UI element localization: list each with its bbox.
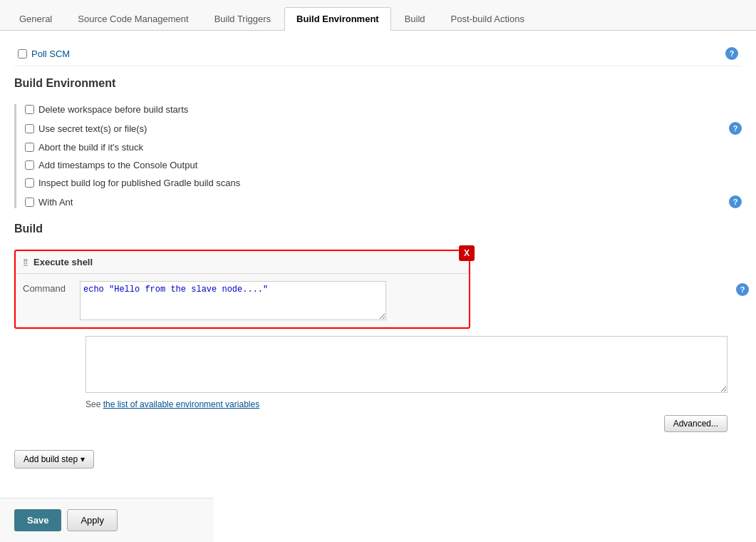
checkbox-with-ant[interactable] [25,198,34,207]
option-use-secret-row: Use secret text(s) or file(s) ? [25,122,742,135]
label-delete-workspace: Delete workspace before build starts [38,104,188,115]
content-area: Poll SCM ? Build Environment Delete work… [0,31,756,486]
env-vars-link[interactable]: the list of available environment variab… [103,399,259,409]
with-ant-help-icon[interactable]: ? [729,195,742,208]
command-label: Command [23,281,73,294]
add-build-step-arrow-icon: ▾ [81,454,85,464]
save-button[interactable]: Save [14,509,61,531]
execute-shell-help-icon[interactable]: ? [736,283,749,296]
drag-handle-icon: ⣿ [23,258,28,266]
env-vars-text: See [86,399,103,409]
execute-shell-title: Execute shell [33,257,93,267]
label-with-ant: With Ant [38,197,73,208]
poll-scm-label[interactable]: Poll SCM [31,48,70,59]
tab-build[interactable]: Build [393,7,437,30]
checkbox-inspect-gradle[interactable] [25,178,34,188]
poll-scm-checkbox[interactable] [18,49,27,58]
option-delete-workspace: Delete workspace before build starts [25,104,742,115]
poll-scm-left: Poll SCM [18,48,70,59]
label-add-timestamps: Add timestamps to the Console Output [38,160,197,170]
execute-shell-container: X ⣿ Execute shell Command [14,250,470,329]
add-build-step-row: Add build step ▾ [14,443,742,476]
full-command-textarea[interactable] [86,336,727,393]
tab-build-environment[interactable]: Build Environment [284,7,391,31]
build-section-heading: Build [14,223,742,239]
option-with-ant: With Ant [25,197,73,208]
checkbox-delete-workspace[interactable] [25,105,34,114]
env-vars-row: See the list of available environment va… [86,399,742,409]
tab-general[interactable]: General [7,7,64,30]
label-use-secret: Use secret text(s) or file(s) [38,123,147,134]
checkbox-abort-stuck[interactable] [25,143,34,152]
command-row: Command [16,274,469,327]
option-add-timestamps: Add timestamps to the Console Output [25,160,742,170]
build-section: Build X ⣿ Execute shell Command [14,223,742,476]
tab-post-build[interactable]: Post-build Actions [439,7,537,30]
option-with-ant-row: With Ant ? [25,195,742,208]
build-environment-options: Delete workspace before build starts Use… [14,104,742,208]
use-secret-help-icon[interactable]: ? [729,122,742,135]
tab-build-triggers[interactable]: Build Triggers [202,7,283,30]
command-input[interactable] [80,281,386,320]
execute-shell-header: ⣿ Execute shell [16,251,469,274]
apply-button[interactable]: Apply [67,509,118,531]
checkbox-use-secret[interactable] [25,124,34,133]
option-use-secret: Use secret text(s) or file(s) [25,123,147,134]
poll-scm-help-icon[interactable]: ? [725,47,738,60]
label-abort-stuck: Abort the build if it's stuck [38,142,143,153]
execute-shell-wrapper: X ⣿ Execute shell Command ? [14,250,742,329]
build-environment-heading: Build Environment [14,77,742,93]
full-command-area [86,336,727,395]
tab-source-code[interactable]: Source Code Management [66,7,200,30]
option-abort-stuck: Abort the build if it's stuck [25,142,742,153]
poll-scm-link[interactable]: Poll SCM [31,48,70,59]
advanced-button[interactable]: Advanced... [664,415,727,432]
label-inspect-gradle: Inspect build log for published Gradle b… [38,178,240,188]
option-inspect-gradle: Inspect build log for published Gradle b… [25,178,742,188]
advanced-btn-row: Advanced... [14,415,727,432]
footer-buttons: Save Apply [0,498,214,542]
close-execute-shell-button[interactable]: X [459,245,475,261]
build-environment-section: Build Environment Delete workspace befor… [14,77,742,208]
poll-scm-row: Poll SCM ? [14,41,742,66]
add-build-step-button[interactable]: Add build step ▾ [14,450,94,469]
add-build-step-label: Add build step [24,454,78,464]
main-container: General Source Code Management Build Tri… [0,0,756,542]
checkbox-add-timestamps[interactable] [25,160,34,170]
tab-bar: General Source Code Management Build Tri… [0,0,756,31]
